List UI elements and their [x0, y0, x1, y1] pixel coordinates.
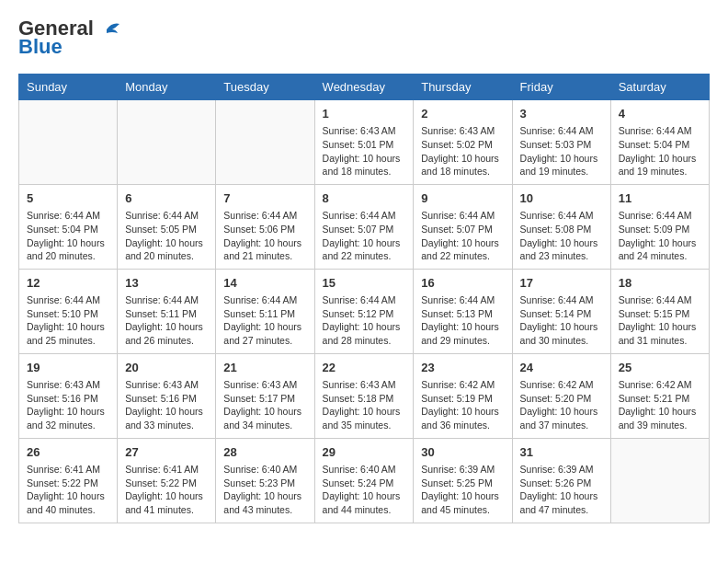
calendar-cell: 29Sunrise: 6:40 AMSunset: 5:24 PMDayligh…	[314, 438, 414, 523]
day-info-text: Daylight: 10 hours and 40 minutes.	[27, 489, 109, 516]
day-header-friday: Friday	[512, 75, 610, 100]
calendar-cell: 11Sunrise: 6:44 AMSunset: 5:09 PMDayligh…	[610, 184, 709, 269]
day-info-text: Sunset: 5:20 PM	[520, 392, 603, 406]
day-info-text: Sunrise: 6:42 AM	[520, 378, 603, 392]
calendar-header-row: SundayMondayTuesdayWednesdayThursdayFrid…	[19, 75, 710, 100]
day-number: 23	[421, 360, 504, 376]
day-number: 26	[27, 444, 109, 461]
day-info-text: Sunrise: 6:44 AM	[323, 293, 406, 307]
day-info-text: Sunrise: 6:42 AM	[421, 378, 504, 392]
day-number: 5	[27, 190, 109, 207]
day-info-text: Sunset: 5:07 PM	[323, 223, 406, 236]
calendar-cell: 21Sunrise: 6:43 AMSunset: 5:17 PMDayligh…	[216, 353, 314, 438]
day-info-text: Sunset: 5:23 PM	[223, 477, 306, 490]
day-info-text: Sunset: 5:05 PM	[125, 223, 208, 236]
calendar-cell: 19Sunrise: 6:43 AMSunset: 5:16 PMDayligh…	[19, 353, 118, 438]
calendar-cell: 14Sunrise: 6:44 AMSunset: 5:11 PMDayligh…	[216, 269, 314, 353]
calendar-cell: 22Sunrise: 6:43 AMSunset: 5:18 PMDayligh…	[314, 353, 414, 438]
day-number: 3	[520, 106, 603, 122]
day-info-text: Sunset: 5:11 PM	[125, 307, 208, 321]
day-number: 11	[619, 190, 701, 207]
calendar-cell	[19, 100, 118, 185]
day-number: 20	[125, 360, 208, 376]
day-info-text: Sunrise: 6:43 AM	[323, 124, 406, 138]
day-info-text: Sunrise: 6:44 AM	[323, 209, 406, 223]
day-info-text: Sunset: 5:17 PM	[223, 392, 306, 406]
calendar-cell: 10Sunrise: 6:44 AMSunset: 5:08 PMDayligh…	[512, 184, 610, 269]
day-info-text: Daylight: 10 hours and 27 minutes.	[223, 320, 306, 347]
calendar-cell: 23Sunrise: 6:42 AMSunset: 5:19 PMDayligh…	[414, 353, 512, 438]
day-info-text: Daylight: 10 hours and 21 minutes.	[223, 236, 306, 263]
calendar-cell: 18Sunrise: 6:44 AMSunset: 5:15 PMDayligh…	[610, 269, 709, 353]
day-info-text: Sunset: 5:12 PM	[323, 307, 406, 321]
day-header-wednesday: Wednesday	[314, 75, 414, 100]
day-info-text: Sunset: 5:04 PM	[619, 138, 701, 152]
day-info-text: Daylight: 10 hours and 33 minutes.	[125, 405, 208, 431]
week-row-1: 1Sunrise: 6:43 AMSunset: 5:01 PMDaylight…	[19, 100, 710, 185]
week-row-3: 12Sunrise: 6:44 AMSunset: 5:10 PMDayligh…	[19, 269, 710, 353]
calendar-cell: 8Sunrise: 6:44 AMSunset: 5:07 PMDaylight…	[314, 184, 414, 269]
day-header-sunday: Sunday	[19, 75, 118, 100]
day-info-text: Sunset: 5:15 PM	[619, 307, 701, 321]
day-info-text: Daylight: 10 hours and 41 minutes.	[125, 489, 208, 516]
logo-blue: Blue	[18, 35, 63, 59]
day-header-thursday: Thursday	[414, 75, 512, 100]
calendar-cell: 30Sunrise: 6:39 AMSunset: 5:25 PMDayligh…	[414, 438, 512, 523]
calendar-cell: 16Sunrise: 6:44 AMSunset: 5:13 PMDayligh…	[414, 269, 512, 353]
week-row-5: 26Sunrise: 6:41 AMSunset: 5:22 PMDayligh…	[19, 438, 710, 523]
day-info-text: Sunset: 5:26 PM	[520, 477, 603, 490]
calendar-cell	[216, 100, 314, 185]
calendar-cell: 15Sunrise: 6:44 AMSunset: 5:12 PMDayligh…	[314, 269, 414, 353]
day-number: 30	[421, 444, 504, 461]
day-info-text: Sunset: 5:22 PM	[27, 477, 109, 490]
day-number: 17	[520, 275, 603, 292]
day-header-monday: Monday	[118, 75, 216, 100]
day-info-text: Sunrise: 6:39 AM	[421, 463, 504, 477]
day-info-text: Daylight: 10 hours and 36 minutes.	[421, 405, 504, 431]
day-info-text: Sunrise: 6:41 AM	[27, 463, 109, 477]
day-info-text: Daylight: 10 hours and 19 minutes.	[520, 152, 603, 178]
day-number: 1	[323, 106, 406, 122]
day-number: 4	[619, 106, 701, 122]
day-info-text: Sunrise: 6:44 AM	[520, 124, 603, 138]
day-info-text: Sunset: 5:19 PM	[421, 392, 504, 406]
day-info-text: Sunrise: 6:44 AM	[520, 293, 603, 307]
day-info-text: Sunrise: 6:44 AM	[619, 124, 701, 138]
day-info-text: Sunset: 5:10 PM	[27, 307, 109, 321]
day-info-text: Daylight: 10 hours and 29 minutes.	[421, 320, 504, 347]
logo: General Blue	[18, 18, 119, 59]
day-info-text: Sunset: 5:06 PM	[223, 223, 306, 236]
calendar-table: SundayMondayTuesdayWednesdayThursdayFrid…	[18, 74, 710, 523]
calendar-cell	[610, 438, 709, 523]
day-info-text: Sunrise: 6:44 AM	[421, 209, 504, 223]
day-info-text: Sunset: 5:09 PM	[619, 223, 701, 236]
day-info-text: Sunset: 5:01 PM	[323, 138, 406, 152]
day-info-text: Daylight: 10 hours and 24 minutes.	[619, 236, 701, 263]
day-info-text: Sunset: 5:07 PM	[421, 223, 504, 236]
day-info-text: Sunset: 5:25 PM	[421, 477, 504, 490]
calendar-cell: 5Sunrise: 6:44 AMSunset: 5:04 PMDaylight…	[19, 184, 118, 269]
day-number: 10	[520, 190, 603, 207]
day-info-text: Daylight: 10 hours and 31 minutes.	[619, 320, 701, 347]
day-info-text: Sunrise: 6:44 AM	[125, 209, 208, 223]
calendar-cell	[118, 100, 216, 185]
day-info-text: Sunrise: 6:43 AM	[223, 378, 306, 392]
day-info-text: Daylight: 10 hours and 35 minutes.	[323, 405, 406, 431]
day-info-text: Sunrise: 6:44 AM	[223, 293, 306, 307]
day-info-text: Sunrise: 6:44 AM	[619, 293, 701, 307]
day-info-text: Daylight: 10 hours and 28 minutes.	[323, 320, 406, 347]
calendar-cell: 13Sunrise: 6:44 AMSunset: 5:11 PMDayligh…	[118, 269, 216, 353]
day-number: 14	[223, 275, 306, 292]
day-info-text: Daylight: 10 hours and 20 minutes.	[27, 236, 109, 263]
calendar-cell: 7Sunrise: 6:44 AMSunset: 5:06 PMDaylight…	[216, 184, 314, 269]
day-info-text: Daylight: 10 hours and 45 minutes.	[421, 489, 504, 516]
day-info-text: Daylight: 10 hours and 37 minutes.	[520, 405, 603, 431]
day-info-text: Sunrise: 6:39 AM	[520, 463, 603, 477]
day-info-text: Daylight: 10 hours and 47 minutes.	[520, 489, 603, 516]
day-number: 24	[520, 360, 603, 376]
day-info-text: Sunrise: 6:43 AM	[27, 378, 109, 392]
day-number: 15	[323, 275, 406, 292]
day-info-text: Sunrise: 6:44 AM	[27, 209, 109, 223]
day-info-text: Sunrise: 6:42 AM	[619, 378, 701, 392]
day-info-text: Sunrise: 6:44 AM	[223, 209, 306, 223]
